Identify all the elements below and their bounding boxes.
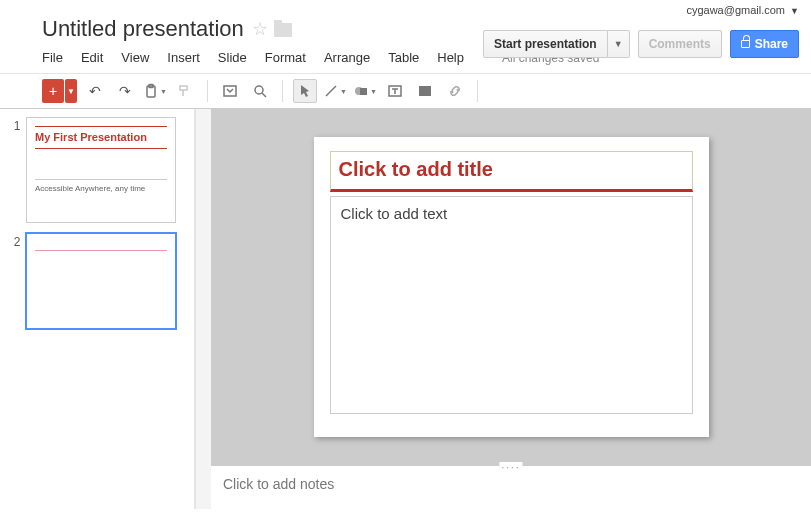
slide-canvas[interactable]: Click to add title Click to add text (314, 137, 709, 437)
canvas-stage[interactable]: Click to add title Click to add text (211, 109, 811, 465)
new-slide-dropdown[interactable]: ▼ (65, 79, 77, 103)
menu-file[interactable]: File (42, 50, 63, 65)
account-email: cygawa@gmail.com (686, 4, 785, 16)
redo-button[interactable]: ↷ (113, 79, 137, 103)
shape-tool[interactable]: ▼ (353, 79, 377, 103)
decorative-line (35, 179, 167, 180)
decorative-line (35, 148, 167, 149)
speaker-notes[interactable]: ···· Click to add notes (211, 465, 811, 509)
body-placeholder-text: Click to add text (341, 205, 448, 222)
menu-arrange[interactable]: Arrange (324, 50, 370, 65)
new-slide-button[interactable]: + (42, 79, 64, 103)
menu-help[interactable]: Help (437, 50, 464, 65)
body-placeholder-box[interactable]: Click to add text (330, 196, 693, 414)
separator (282, 80, 283, 102)
svg-line-5 (326, 86, 336, 96)
notes-placeholder: Click to add notes (223, 476, 334, 492)
menu-view[interactable]: View (121, 50, 149, 65)
share-label: Share (755, 37, 788, 51)
thumb-scrollbar[interactable] (195, 109, 211, 509)
select-tool[interactable] (293, 79, 317, 103)
star-icon[interactable]: ☆ (252, 18, 268, 40)
svg-line-4 (262, 93, 266, 97)
paint-format-button[interactable] (173, 79, 197, 103)
menu-edit[interactable]: Edit (81, 50, 103, 65)
undo-button[interactable]: ↶ (83, 79, 107, 103)
menu-slide[interactable]: Slide (218, 50, 247, 65)
account-menu[interactable]: cygawa@gmail.com ▼ (686, 4, 799, 16)
drag-handle-icon[interactable]: ···· (499, 462, 522, 473)
thumb-number: 2 (8, 233, 26, 329)
title-placeholder-box[interactable]: Click to add title (330, 151, 693, 192)
share-button[interactable]: Share (730, 30, 799, 58)
thumbnail-panel: 1 My First Presentation Accessible Anywh… (0, 109, 195, 509)
thumb-title: My First Presentation (35, 131, 167, 144)
zoom-fit-button[interactable] (218, 79, 242, 103)
start-presentation-dropdown[interactable]: ▼ (608, 30, 630, 58)
svg-point-10 (422, 89, 424, 91)
folder-icon[interactable] (274, 23, 292, 37)
doc-title[interactable]: Untitled presentation (42, 16, 244, 42)
chevron-down-icon: ▼ (790, 6, 799, 16)
thumb-number: 1 (8, 117, 26, 223)
comments-button[interactable]: Comments (638, 30, 722, 58)
canvas-area: Click to add title Click to add text ···… (211, 109, 811, 509)
svg-point-3 (255, 86, 263, 94)
separator (207, 80, 208, 102)
toolbar: + ▼ ↶ ↷ ▼ ▼ ▼ (0, 73, 811, 109)
menu-insert[interactable]: Insert (167, 50, 200, 65)
decorative-line (35, 250, 167, 251)
start-presentation-button[interactable]: Start presentation (483, 30, 608, 58)
image-tool[interactable] (413, 79, 437, 103)
lock-icon (741, 40, 750, 48)
comments-label: Comments (649, 37, 711, 51)
thumb-subtitle: Accessible Anywhere, any time (35, 184, 167, 194)
start-presentation-group: Start presentation ▼ (483, 30, 630, 58)
textbox-tool[interactable] (383, 79, 407, 103)
title-placeholder-text: Click to add title (339, 158, 684, 181)
slide-thumb-2[interactable] (26, 233, 176, 329)
start-presentation-label: Start presentation (494, 37, 597, 51)
menu-table[interactable]: Table (388, 50, 419, 65)
link-tool[interactable] (443, 79, 467, 103)
decorative-line (35, 126, 167, 127)
menu-format[interactable]: Format (265, 50, 306, 65)
svg-rect-7 (360, 88, 367, 95)
zoom-button[interactable] (248, 79, 272, 103)
slide-thumb-1[interactable]: My First Presentation Accessible Anywher… (26, 117, 176, 223)
separator (477, 80, 478, 102)
line-tool[interactable]: ▼ (323, 79, 347, 103)
paste-button[interactable]: ▼ (143, 79, 167, 103)
